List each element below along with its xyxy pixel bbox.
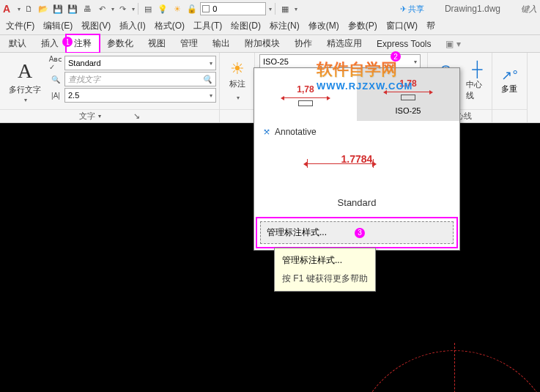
tab-addins[interactable]: 附加模块 [237,35,287,52]
find-text-input[interactable]: 查找文字 🔍 [64,72,216,86]
tab-output[interactable]: 输出 [205,35,237,52]
saveas-icon[interactable]: 💾 [66,2,79,15]
menu-dimension[interactable]: 标注(N) [265,18,304,34]
app-logo: A [3,3,10,15]
menu-window[interactable]: 窗口(W) [382,18,422,34]
mleader-button[interactable]: ↗° 多重 [501,67,517,95]
leader-panel: ↗° 多重 [492,53,528,122]
drawing-axis-v [454,343,455,392]
lock-icon[interactable]: 🔓 [185,2,199,15]
manage-dimstyles-button[interactable]: 管理标注样式... 3 [260,221,454,244]
dropdown-caret[interactable]: ▾ [18,6,21,12]
mtext-button[interactable]: A 多行文字 ▾ [3,56,47,106]
dimstyle-item-annotative[interactable]: ⤧ Annotative [254,121,459,143]
menu-bar: 文件(F) 编辑(E) 视图(V) 插入(I) 格式(O) 工具(T) 绘图(D… [0,18,540,35]
centerline-icon: ┼ [472,61,482,78]
tab-parametric[interactable]: 参数化 [100,35,141,52]
tab-express[interactable]: Express Tools [369,37,438,51]
tooltip: 管理标注样式... 按 F1 键获得更多帮助 [274,248,376,292]
dimension-panel: ☀ 标注 ▾ [220,53,255,122]
textheight-icon[interactable]: |A| [50,89,62,101]
ribbon-tabs: 默认 插入 1 注释 参数化 视图 管理 输出 附加模块 协作 精选应用 Exp… [0,35,540,53]
menu-help[interactable]: 帮 [422,18,440,34]
document-title: Drawing1.dwg [445,4,500,14]
menu-tools[interactable]: 工具(T) [189,18,226,34]
textstyle-icon[interactable]: Aʙᴄ✓ [50,57,62,69]
tab-overflow[interactable]: ▣ ▾ [443,39,463,49]
callout-badge-3: 3 [355,228,365,238]
menu-file[interactable]: 文件(F) [1,18,39,34]
text-panel: A 多行文字 ▾ Aʙᴄ✓ Standard ▾ 🔍 查找文字 🔍 [0,53,220,122]
search-hint[interactable]: 键入 [521,4,537,15]
layer-icon[interactable]: ▤ [141,2,155,15]
annotative-icon: ⤧ [263,127,270,137]
new-icon[interactable]: 🗋 [22,2,35,15]
menu-modify[interactable]: 修改(M) [304,18,344,34]
share-icon: ✈ [400,4,407,14]
layer-selector[interactable]: 0 [200,2,266,15]
menu-view[interactable]: 视图(V) [77,18,115,34]
dimstyle-item-iso25[interactable]: 1,78 ISO-25 [357,68,459,121]
menu-param[interactable]: 参数(P) [344,18,382,34]
tab-collab[interactable]: 协作 [287,35,319,52]
tab-annotate[interactable]: 1 注释 [66,34,100,53]
textheight-combo[interactable]: 2.5 ▾ [64,88,216,103]
tab-manage[interactable]: 管理 [173,35,205,52]
dimstyle-preview: 1.7784 [254,143,459,190]
dimstyle-dropdown: 1,78 1,78 ISO-25 ⤧ Annotative 1.7784 Sta… [254,67,460,251]
redo-icon[interactable]: ↷ [116,2,129,15]
dimension-button[interactable]: ☀ 标注 ▾ [229,59,245,103]
mleader-icon: ↗° [501,67,517,84]
tab-featured[interactable]: 精选应用 [319,35,369,52]
menu-format[interactable]: 格式(O) [150,18,189,34]
text-panel-title[interactable]: 文字▾↘ [0,109,219,122]
open-icon[interactable]: 📂 [37,2,50,15]
tooltip-help: 按 F1 键获得更多帮助 [282,273,368,285]
dimension-icon: ☀ [229,59,245,78]
share-button[interactable]: ✈ 共享 [400,4,424,15]
tab-view[interactable]: 视图 [141,35,173,52]
text-icon: A [18,59,32,83]
callout-badge-2: 2 [391,51,401,62]
drawing-circle [352,350,540,392]
print-icon[interactable]: 🖶 [81,2,94,15]
tab-insert[interactable]: 插入 [34,35,66,52]
dimstyle-item-current[interactable]: 1,78 [254,68,357,121]
menu-edit[interactable]: 编辑(E) [39,18,77,34]
menu-insert[interactable]: 插入(I) [115,18,149,34]
save-icon[interactable]: 💾 [51,2,64,15]
undo-icon[interactable]: ↶ [95,2,108,15]
tab-default[interactable]: 默认 [1,35,34,52]
highlight-box-3: 管理标注样式... 3 [256,217,458,248]
tooltip-title: 管理标注样式... [282,254,368,267]
light-icon[interactable]: 💡 [156,2,169,15]
grid-icon[interactable]: ▦ [278,2,292,15]
menu-draw[interactable]: 绘图(D) [226,18,265,34]
dimstyle-item-standard[interactable]: Standard [254,190,459,215]
quick-access-toolbar: A ▾ 🗋 📂 💾 💾 🖶 ↶▾ ↷▾ ▤ 💡 ☀ 🔓 0 ▾ ▦▾ ✈ 共享 … [0,0,540,18]
sun-icon[interactable]: ☀ [171,2,184,15]
callout-badge-1: 1 [62,37,73,47]
find-icon[interactable]: 🔍 [50,73,62,85]
centerline-button[interactable]: ┼ 中心线 [466,61,489,101]
textstyle-combo[interactable]: Standard ▾ [64,56,216,70]
